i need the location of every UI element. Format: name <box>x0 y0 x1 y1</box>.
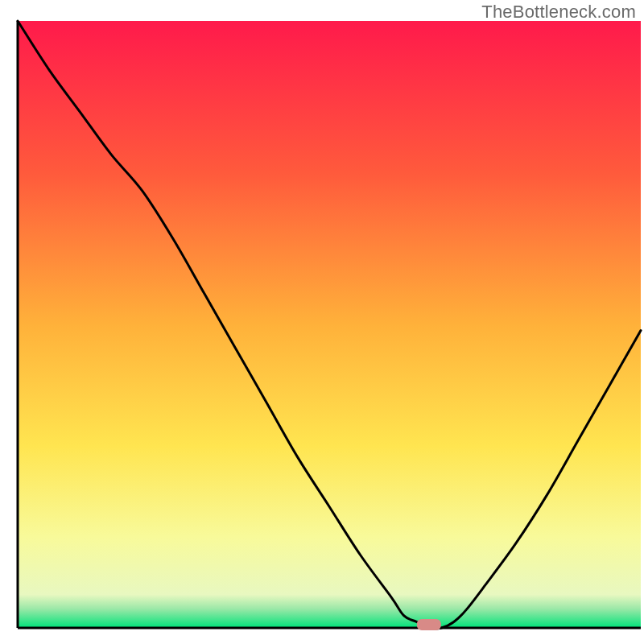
attribution-label: TheBottleneck.com <box>481 2 636 23</box>
optimal-marker <box>417 619 441 630</box>
chart-svg <box>0 0 644 644</box>
plot-background <box>18 21 641 628</box>
bottleneck-chart: TheBottleneck.com <box>0 0 644 644</box>
